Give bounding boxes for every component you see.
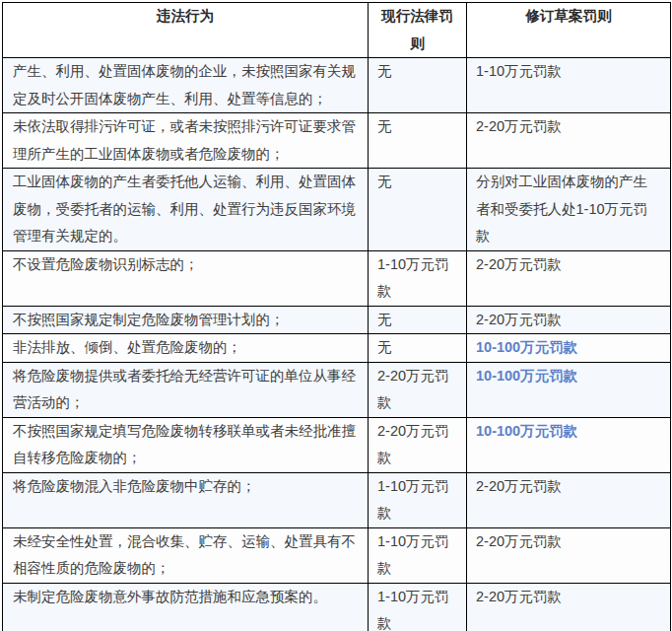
behavior-cell: 将危险废物提供或者委托给无经营许可证的单位从事经营活动的； bbox=[3, 362, 369, 417]
behavior-cell: 工业固体废物的产生者委托他人运输、利用、处置固体废物，受委托者的运输、利用、处置… bbox=[3, 169, 369, 251]
behavior-cell: 不按照国家规定制定危险废物管理计划的； bbox=[3, 306, 369, 334]
table-row: 工业固体废物的产生者委托他人运输、利用、处置固体废物，受委托者的运输、利用、处置… bbox=[3, 169, 671, 251]
table-row: 产生、利用、处置固体废物的企业，未按照国家有关规定及时公开固体废物产生、利用、处… bbox=[3, 58, 671, 113]
revised-penalty-cell: 10-100万元罚款 bbox=[467, 362, 671, 417]
revised-penalty-cell: 2-20万元罚款 bbox=[467, 250, 671, 306]
table-row: 将危险废物提供或者委托给无经营许可证的单位从事经营活动的； 2-20万元罚款 1… bbox=[3, 362, 671, 417]
current-penalty-cell: 无 bbox=[369, 334, 467, 363]
behavior-cell: 非法排放、倾倒、处置危险废物的； bbox=[3, 334, 369, 363]
table-row: 不按照国家规定填写危险废物转移联单或者未经批准擅自转移危险废物的； 2-20万元… bbox=[3, 417, 671, 472]
behavior-cell: 未依法取得排污许可证，或者未按照排污许可证要求管理所产生的工业固体废物或者危险废… bbox=[3, 113, 369, 169]
table-row: 未经安全性处置，混合收集、贮存、运输、处置具有不相容性质的危险废物的； 1-10… bbox=[3, 527, 671, 583]
revised-penalty-cell: 10-100万元罚款 bbox=[467, 334, 671, 363]
table-row: 未依法取得排污许可证，或者未按照排污许可证要求管理所产生的工业固体废物或者危险废… bbox=[3, 113, 671, 169]
revised-penalty-cell: 2-20万元罚款 bbox=[467, 113, 671, 169]
current-penalty-cell: 1-10万元罚款 bbox=[369, 472, 467, 527]
current-penalty-cell: 1-10万元罚款 bbox=[369, 583, 467, 631]
header-revised-penalty: 修订草案罚则 bbox=[467, 3, 671, 58]
behavior-cell: 将危险废物混入非危险废物中贮存的； bbox=[3, 472, 369, 527]
current-penalty-cell: 2-20万元罚款 bbox=[369, 417, 467, 472]
current-penalty-cell: 无 bbox=[369, 306, 467, 334]
revised-penalty-cell: 分别对工业固体废物的产生者和受委托人处1-10万元罚款 bbox=[467, 169, 671, 251]
table-header: 违法行为 现行法律罚则 修订草案罚则 bbox=[3, 3, 671, 58]
penalty-comparison-table: 违法行为 现行法律罚则 修订草案罚则 产生、利用、处置固体废物的企业，未按照国家… bbox=[2, 2, 671, 631]
table-row: 不按照国家规定制定危险废物管理计划的； 无 2-20万元罚款 bbox=[3, 306, 671, 334]
behavior-cell: 产生、利用、处置固体废物的企业，未按照国家有关规定及时公开固体废物产生、利用、处… bbox=[3, 58, 369, 113]
behavior-cell: 不按照国家规定填写危险废物转移联单或者未经批准擅自转移危险废物的； bbox=[3, 417, 369, 472]
current-penalty-cell: 无 bbox=[369, 113, 467, 169]
current-penalty-cell: 2-20万元罚款 bbox=[369, 362, 467, 417]
table-row: 未制定危险废物意外事故防范措施和应急预案的。 1-10万元罚款 2-20万元罚款 bbox=[3, 583, 671, 631]
current-penalty-cell: 1-10万元罚款 bbox=[369, 527, 467, 583]
table-body: 产生、利用、处置固体废物的企业，未按照国家有关规定及时公开固体废物产生、利用、处… bbox=[3, 58, 671, 631]
header-row: 违法行为 现行法律罚则 修订草案罚则 bbox=[3, 3, 671, 58]
revised-penalty-cell: 2-20万元罚款 bbox=[467, 583, 671, 631]
header-current-penalty: 现行法律罚则 bbox=[369, 3, 467, 58]
revised-penalty-cell: 1-10万元罚款 bbox=[467, 58, 671, 113]
behavior-cell: 未制定危险废物意外事故防范措施和应急预案的。 bbox=[3, 583, 369, 631]
behavior-cell: 未经安全性处置，混合收集、贮存、运输、处置具有不相容性质的危险废物的； bbox=[3, 527, 369, 583]
table-row: 不设置危险废物识别标志的； 1-10万元罚款 2-20万元罚款 bbox=[3, 250, 671, 306]
revised-penalty-cell: 2-20万元罚款 bbox=[467, 527, 671, 583]
current-penalty-cell: 无 bbox=[369, 58, 467, 113]
revised-penalty-cell: 2-20万元罚款 bbox=[467, 472, 671, 527]
current-penalty-cell: 无 bbox=[369, 169, 467, 251]
table-row: 将危险废物混入非危险废物中贮存的； 1-10万元罚款 2-20万元罚款 bbox=[3, 472, 671, 527]
header-behavior: 违法行为 bbox=[3, 3, 369, 58]
table-row: 非法排放、倾倒、处置危险废物的； 无 10-100万元罚款 bbox=[3, 334, 671, 363]
current-penalty-cell: 1-10万元罚款 bbox=[369, 250, 467, 306]
revised-penalty-cell: 2-20万元罚款 bbox=[467, 306, 671, 334]
revised-penalty-cell: 10-100万元罚款 bbox=[467, 417, 671, 472]
behavior-cell: 不设置危险废物识别标志的； bbox=[3, 250, 369, 306]
